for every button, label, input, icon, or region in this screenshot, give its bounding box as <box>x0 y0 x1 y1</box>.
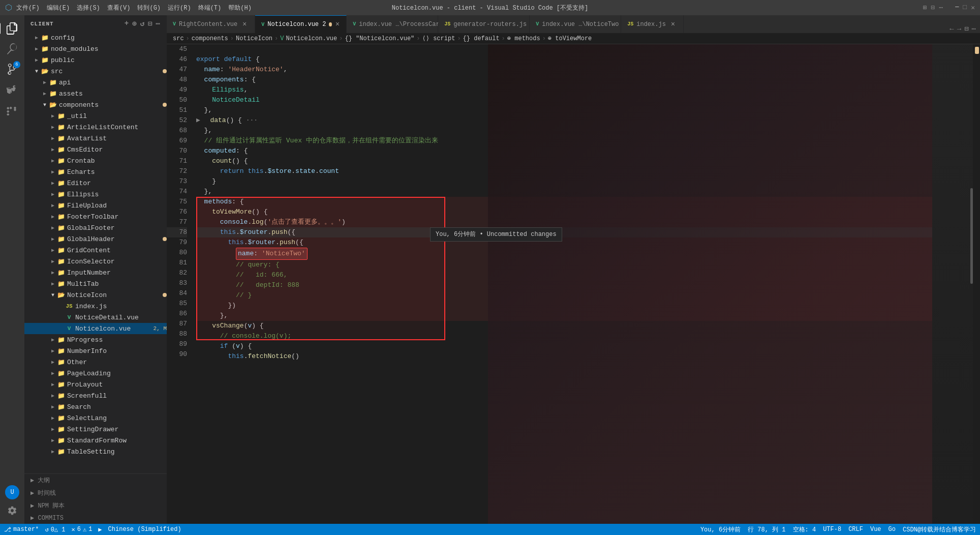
tree-item-global-header[interactable]: ▶ 📁 GlobalHeader <box>24 233 167 245</box>
close-button[interactable]: ✕ <box>971 4 975 12</box>
tree-item-src[interactable]: ▼ 📂 src <box>24 66 167 77</box>
breadcrumb-noticeicon[interactable]: NoticeIcon <box>236 35 272 42</box>
breadcrumb-methods[interactable]: ⊕ methods <box>507 35 540 42</box>
tab-right-content[interactable]: V RightContent.vue × <box>167 15 255 33</box>
tree-item-config[interactable]: ▶ 📁 config <box>24 32 167 43</box>
breadcrumb-toviewmore[interactable]: ⊕ toViewMore <box>548 35 592 42</box>
language-mode[interactable]: Vue <box>870 526 881 533</box>
tree-item-fileupload[interactable]: ▶ 📁 FileUpload <box>24 200 167 211</box>
tree-item-search[interactable]: ▶ 📁 Search <box>24 401 167 412</box>
tree-item-noticelcon-vue[interactable]: V Noticelcon.vue 2, M <box>24 323 167 334</box>
smiley[interactable]: Go <box>889 526 896 533</box>
more-editor-icon[interactable]: ⋯ <box>972 24 976 33</box>
tab-index-processcard[interactable]: V index.vue …\ProcessCard × <box>347 15 438 33</box>
tree-item-standard-form-row[interactable]: ▶ 📁 StandardFormRow <box>24 435 167 446</box>
sidebar-header-icons[interactable]: + ⊕ ↺ ⊟ ⋯ <box>125 19 161 28</box>
tab-noticelcon[interactable]: V Noticelcon.vue 2 × <box>255 15 347 33</box>
tab-close-index-js[interactable]: × <box>669 20 677 28</box>
tree-item-api[interactable]: ▶ 📁 api <box>24 77 167 88</box>
tree-item-article[interactable]: ▶ 📁 ArticleListContent <box>24 122 167 133</box>
tree-item-crontab[interactable]: ▶ 📁 Crontab <box>24 155 167 166</box>
menu-select[interactable]: 选择(S) <box>77 4 100 12</box>
tree-item-other[interactable]: ▶ 📁 Other <box>24 356 167 368</box>
more-options-icon[interactable]: ⋯ <box>156 19 161 28</box>
tree-item-avatarlist[interactable]: ▶ 📁 AvatarList <box>24 133 167 144</box>
layout-icon[interactable]: ⊞ <box>923 4 927 12</box>
encoding[interactable]: UTF-8 <box>823 526 841 533</box>
tree-item-components[interactable]: ▼ 📂 components <box>24 99 167 110</box>
source-control-icon[interactable]: 6 <box>3 60 21 78</box>
code-content[interactable]: export default { name: 'HeaderNotice', c… <box>192 44 932 524</box>
commits-panel[interactable]: ▶ COMMITS <box>24 512 167 524</box>
debug-icon[interactable] <box>3 80 21 99</box>
collapse-icon[interactable]: ⊟ <box>148 19 152 28</box>
breadcrumb-object[interactable]: {} "Noticelcon.vue" <box>345 35 414 42</box>
outline-panel[interactable]: ▶ 大纲 <box>24 473 167 487</box>
window-controls[interactable]: ⊞ ⊟ ⋯ ─ □ ✕ <box>923 4 975 12</box>
split-icon[interactable]: ⊟ <box>931 4 935 12</box>
tree-item-editor[interactable]: ▶ 📁 Editor <box>24 177 167 189</box>
menu-view[interactable]: 查看(V) <box>107 4 131 12</box>
extensions-icon[interactable] <box>3 101 21 119</box>
tree-item-input-number[interactable]: ▶ 📁 InputNumber <box>24 267 167 278</box>
tree-item-pageloading[interactable]: ▶ 📁 PageLoading <box>24 368 167 379</box>
menu-file[interactable]: 文件(F) <box>16 4 40 12</box>
refresh-icon[interactable]: ↺ <box>140 19 145 28</box>
menu-edit[interactable]: 编辑(E) <box>47 4 70 12</box>
run-button[interactable]: ▶ <box>98 526 102 533</box>
tree-item-util[interactable]: ▶ 📁 _util <box>24 110 167 122</box>
tree-item-grid-content[interactable]: ▶ 📁 GridContent <box>24 245 167 256</box>
breadcrumb-filename[interactable]: Noticelcon.vue <box>286 35 337 42</box>
tab-generator-routers[interactable]: JS generator-routers.js × <box>438 15 530 33</box>
language-server[interactable]: Chinese (Simplified) <box>108 526 181 533</box>
tree-item-noticeicon[interactable]: ▼ 📂 NoticeIcon <box>24 289 167 301</box>
timeline-panel[interactable]: ▶ 时间线 <box>24 487 167 499</box>
split-editor-icon[interactable]: ⊟ <box>964 24 968 33</box>
breadcrumb-script[interactable]: ⟨⟩ script <box>422 35 455 42</box>
npm-scripts-panel[interactable]: ▶ NPM 脚本 <box>24 499 167 512</box>
scrollbar-track[interactable] <box>973 44 980 524</box>
new-file-icon[interactable]: + <box>125 19 129 28</box>
tab-close-noticelcon[interactable]: × <box>335 20 341 28</box>
avatar-icon[interactable]: U <box>5 485 19 499</box>
tree-item-public[interactable]: ▶ 📁 public <box>24 54 167 66</box>
tree-item-setting-drawer[interactable]: ▶ 📁 SettingDrawer <box>24 424 167 435</box>
go-forward-icon[interactable]: → <box>957 25 961 33</box>
menu-help[interactable]: 帮助(H) <box>228 4 252 12</box>
cursor-position[interactable]: 行 78, 列 1 <box>748 525 785 534</box>
more-icon[interactable]: ⋯ <box>939 4 943 12</box>
tree-item-ellipsis[interactable]: ▶ 📁 Ellipsis <box>24 189 167 200</box>
tree-item-prolayout[interactable]: ▶ 📁 ProLayout <box>24 379 167 390</box>
tree-item-notice-detail[interactable]: V NoticeDetail.vue <box>24 312 167 323</box>
tab-close-right-content[interactable]: × <box>240 20 249 28</box>
new-folder-icon[interactable]: ⊕ <box>132 19 137 28</box>
errors-warnings[interactable]: ✕ 6 ⚠ 1 <box>71 526 92 533</box>
tree-item-screenfull[interactable]: ▶ 📁 Screenfull <box>24 390 167 401</box>
git-branch[interactable]: ⎇ master* <box>4 526 39 533</box>
tree-item-numberinfo[interactable]: ▶ 📁 NumberInfo <box>24 345 167 356</box>
tree-item-multitab[interactable]: ▶ 📁 MultiTab <box>24 278 167 289</box>
tree-item-node-modules[interactable]: ▶ 📁 node_modules <box>24 43 167 54</box>
breadcrumb-default[interactable]: {} default <box>463 35 500 42</box>
breadcrumb-components[interactable]: components <box>192 35 228 42</box>
tree-item-selectlang[interactable]: ▶ 📁 SelectLang <box>24 412 167 424</box>
menu-goto[interactable]: 转到(G) <box>137 4 161 12</box>
line-ending[interactable]: CRLF <box>848 526 863 533</box>
title-bar-menu[interactable]: 文件(F) 编辑(E) 选择(S) 查看(V) 转到(G) 运行(R) 终端(T… <box>16 4 252 12</box>
menu-terminal[interactable]: 终端(T) <box>198 4 222 12</box>
tab-index-noticetwo[interactable]: V index.vue …\NoticeTwo × <box>530 15 621 33</box>
indentation[interactable]: 空格: 4 <box>793 525 816 534</box>
tree-item-icon-selector[interactable]: ▶ 📁 IconSelector <box>24 256 167 267</box>
tree-item-echarts[interactable]: ▶ 📁 Echarts <box>24 166 167 177</box>
git-sync[interactable]: ↺ 0△ 1 <box>45 526 65 533</box>
minimize-button[interactable]: ─ <box>955 4 959 12</box>
explorer-icon[interactable] <box>3 19 21 38</box>
tree-item-footer-toolbar[interactable]: ▶ 📁 FooterToolbar <box>24 211 167 222</box>
settings-icon[interactable] <box>3 501 21 520</box>
tree-item-global-footer[interactable]: ▶ 📁 GlobalFooter <box>24 222 167 233</box>
go-back-icon[interactable]: ← <box>950 25 954 33</box>
csdn-label[interactable]: CSDN@转载并结合博客学习 <box>903 525 976 534</box>
tree-item-cmseditor[interactable]: ▶ 📁 CmsEditor <box>24 144 167 155</box>
breadcrumb-src[interactable]: src <box>173 35 184 42</box>
tree-item-index-js[interactable]: JS index.js <box>24 301 167 312</box>
